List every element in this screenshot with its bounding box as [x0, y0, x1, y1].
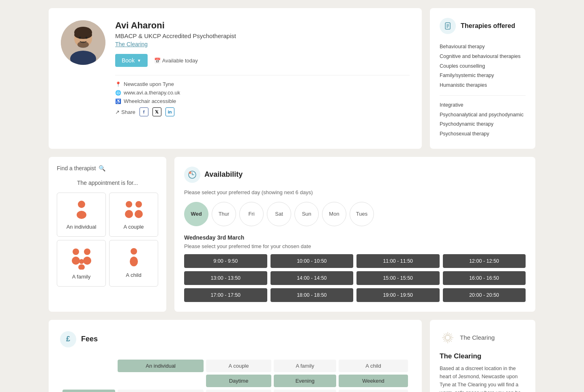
accessibility-item: ♿ Wheelchair accessible [115, 98, 410, 104]
day-button-thur[interactable]: Thur [212, 202, 236, 226]
chevron-down-icon: ▼ [137, 58, 141, 63]
fees-title: Fees [81, 335, 98, 343]
time-slot[interactable]: 11:00 - 11:50 [356, 254, 440, 268]
time-slot[interactable]: 18:00 - 18:50 [271, 288, 354, 302]
time-slot[interactable]: 20:00 - 20:50 [443, 288, 526, 302]
wheelchair-icon: ♿ [115, 99, 121, 104]
profile-card: Avi Aharoni MBACP & UKCP Accredited Psyc… [49, 8, 422, 149]
share-icon: ↗ [115, 109, 120, 115]
fee-period[interactable]: Weekend [339, 375, 408, 387]
therapies-header: Therapies offered [440, 18, 526, 34]
time-slot[interactable]: 13:00 - 13:50 [184, 271, 267, 285]
therapy-item: Psychodynamic therapy [440, 120, 526, 129]
time-grid: 9:00 - 9:5010:00 - 10:5011:00 - 11:5012:… [184, 254, 526, 302]
globe-icon: 🌐 [115, 90, 121, 96]
fees-card: £ Fees An individualA coupleA familyA ch… [49, 320, 422, 392]
svg-line-36 [449, 340, 450, 342]
fee-category-header[interactable]: A child [339, 360, 408, 372]
svg-point-4 [74, 31, 92, 39]
svg-point-20 [84, 248, 90, 255]
fee-category-header[interactable]: An individual [118, 360, 204, 372]
svg-line-38 [446, 340, 447, 342]
search-icon: 🔍 [99, 165, 105, 171]
clearing-title: The Clearing [440, 352, 526, 360]
svg-line-44 [446, 333, 447, 335]
fee-period[interactable]: Evening [274, 375, 336, 387]
fees-icon: £ [60, 331, 76, 347]
time-slot[interactable]: 17:00 - 17:50 [184, 288, 267, 302]
fee-value: £29.99 [339, 390, 408, 392]
svg-line-42 [443, 336, 445, 336]
availability-card: Availability Please select your preferre… [174, 157, 535, 312]
top-row: Avi Aharoni MBACP & UKCP Accredited Psyc… [49, 8, 535, 149]
location-icon: 📍 [115, 81, 121, 87]
svg-line-43 [444, 334, 446, 336]
clearing-logo-icon [440, 330, 456, 346]
svg-point-22 [79, 259, 84, 264]
time-slot[interactable]: 16:00 - 16:50 [443, 271, 526, 285]
find-therapist-panel: Find a therapist 🔍 The appointment is fo… [49, 157, 166, 312]
svg-point-19 [72, 257, 80, 265]
profile-actions: Book ▼ 📅 Available today [115, 54, 410, 67]
svg-point-23 [78, 264, 85, 270]
therapy-divider [440, 95, 526, 96]
twitter-x-icon[interactable]: 𝕏 [152, 107, 161, 116]
time-slot[interactable]: 12:00 - 12:50 [443, 254, 526, 268]
time-slot[interactable]: 15:00 - 15:50 [356, 271, 440, 285]
clearing-card: The Clearing The Clearing Based at a dis… [430, 320, 535, 392]
calendar-icon: 📅 [154, 58, 161, 64]
clearing-description: Based at a discreet location in the hear… [440, 364, 526, 392]
social-row: ↗ Share f 𝕏 in [115, 107, 410, 116]
fee-category-header[interactable]: A family [274, 360, 336, 372]
svg-point-7 [86, 37, 88, 39]
clearing-logo-row: The Clearing [440, 330, 526, 346]
time-slot[interactable]: 10:00 - 10:50 [271, 254, 354, 268]
linkedin-icon[interactable]: in [165, 107, 174, 116]
facebook-icon[interactable]: f [140, 107, 148, 116]
book-button[interactable]: Book ▼ [115, 54, 148, 67]
therapy-item: Couples counselling [440, 62, 526, 71]
option-family[interactable]: A family [57, 240, 106, 287]
fee-category-header[interactable]: A couple [206, 360, 271, 372]
svg-point-14 [126, 201, 132, 208]
therapy-item: Behavioural therapy [440, 42, 526, 52]
day-button-sun[interactable]: Sun [294, 202, 319, 226]
time-slot[interactable]: 14:00 - 14:50 [271, 271, 354, 285]
day-selector: WedThurFriSatSunMonTues [184, 202, 526, 226]
svg-point-15 [125, 210, 133, 218]
page-wrapper: Avi Aharoni MBACP & UKCP Accredited Psyc… [49, 8, 535, 392]
option-child[interactable]: A child [109, 240, 158, 287]
svg-line-32 [450, 336, 452, 336]
middle-row: Find a therapist 🔍 The appointment is fo… [49, 157, 535, 312]
svg-point-18 [73, 248, 79, 255]
clearing-logo-name: The Clearing [460, 334, 495, 341]
therapy-item: Integrative [440, 101, 526, 110]
family-label: A family [72, 274, 91, 280]
profile-org-link[interactable]: The Clearing [115, 41, 148, 47]
day-button-fri[interactable]: Fri [239, 202, 264, 226]
profile-info: Avi Aharoni MBACP & UKCP Accredited Psyc… [115, 20, 410, 116]
individual-label: An individual [67, 224, 97, 230]
day-button-sat[interactable]: Sat [267, 202, 291, 226]
availability-title: Availability [204, 170, 243, 179]
day-button-mon[interactable]: Mon [322, 202, 346, 226]
fee-period[interactable]: Daytime [206, 375, 271, 387]
time-slot[interactable]: 19:00 - 19:50 [356, 288, 440, 302]
svg-point-17 [135, 210, 143, 218]
child-label: A child [126, 272, 141, 278]
find-label: Find a therapist [57, 165, 96, 171]
time-slot[interactable]: 9:00 - 9:50 [184, 254, 267, 268]
therapy-list-1: Behavioural therapyCognitive and behavio… [440, 42, 526, 90]
option-couple[interactable]: A couple [109, 193, 158, 237]
option-individual[interactable]: An individual [57, 193, 106, 237]
day-button-tues[interactable]: Tues [350, 202, 374, 226]
therapy-list-2: IntegrativePsychoanalytical and psychody… [440, 101, 526, 139]
avatar [61, 20, 105, 65]
couple-label: A couple [124, 224, 144, 230]
fees-table: An individualA coupleA familyA childDayt… [60, 357, 410, 392]
profile-divider [115, 75, 410, 75]
share-button[interactable]: ↗ Share [115, 109, 135, 115]
day-button-wed[interactable]: Wed [184, 202, 208, 226]
availability-subtitle: Please select your preferred day (showin… [184, 189, 526, 195]
appointment-grid: An individual A couple [57, 193, 158, 287]
